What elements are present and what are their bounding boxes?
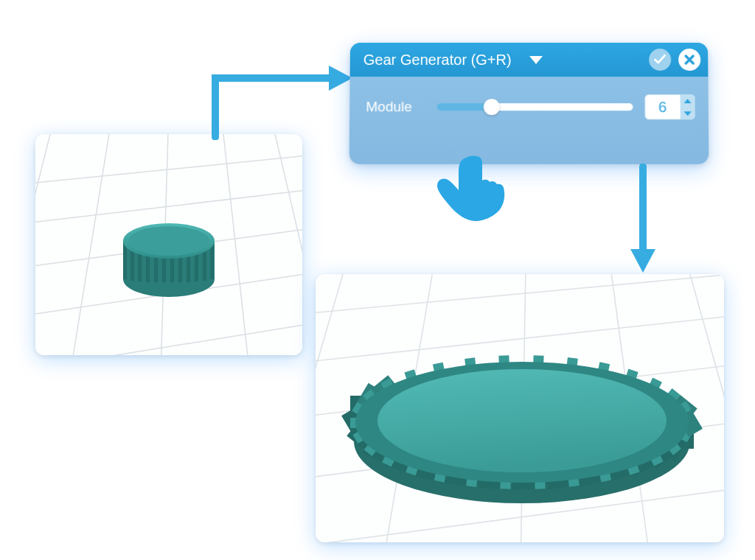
gear-generator-dialog: Gear Generator (G+R) Module 6: [349, 43, 709, 164]
svg-point-26: [128, 226, 209, 256]
stepper-down-icon[interactable]: [681, 107, 695, 119]
viewport-before: [35, 134, 302, 355]
dialog-header[interactable]: Gear Generator (G+R): [350, 43, 709, 77]
svg-marker-29: [630, 249, 655, 273]
apply-button[interactable]: [649, 49, 671, 71]
dialog-title: Gear Generator (G+R): [363, 51, 512, 68]
viewport-after: [316, 274, 724, 542]
stepper-up-icon[interactable]: [681, 94, 695, 107]
svg-point-93: [378, 369, 667, 472]
arrow-to-result-icon: [624, 164, 662, 274]
arrow-to-dialog-icon: [198, 60, 352, 140]
chevron-down-icon[interactable]: [529, 56, 543, 64]
slider-thumb-icon[interactable]: [484, 99, 500, 115]
module-value: 6: [644, 94, 680, 119]
module-stepper[interactable]: 6: [644, 94, 695, 119]
close-button[interactable]: [678, 49, 700, 71]
small-gear-icon: [123, 223, 215, 297]
module-label: Module: [366, 99, 425, 115]
module-slider[interactable]: [437, 98, 633, 116]
svg-marker-27: [329, 66, 352, 91]
cursor-hand-icon: [435, 153, 509, 223]
